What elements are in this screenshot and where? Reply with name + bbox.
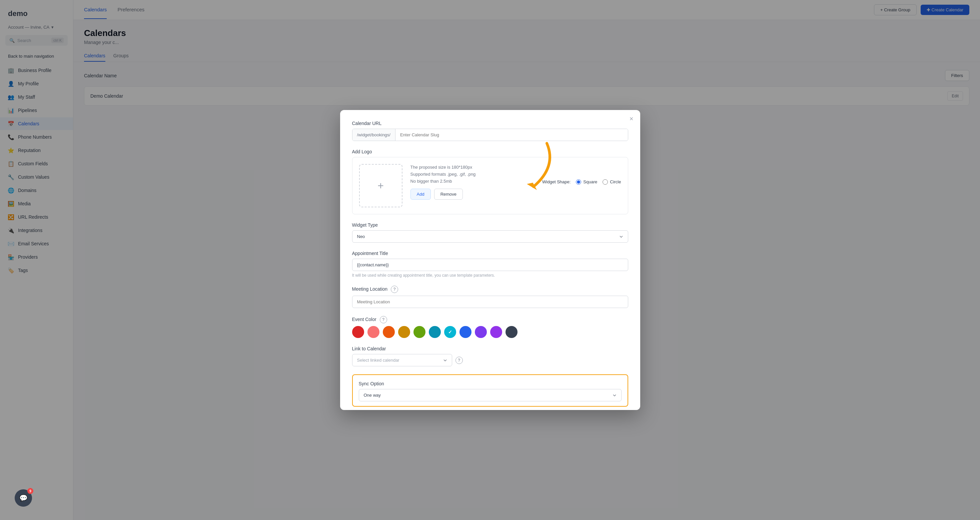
appointment-title-input[interactable] (352, 259, 628, 271)
color-dot-purple[interactable] (490, 326, 502, 338)
chat-badge: 9 (27, 488, 33, 494)
radio-circle[interactable]: Circle (603, 179, 621, 184)
calendar-url-input-group: /widget/bookings/ (352, 129, 628, 141)
widget-shape-selector: Widget Shape: Square Circle (542, 179, 621, 184)
radio-square-input[interactable] (576, 179, 581, 184)
logo-info: The proposed size is 180*180px Supported… (410, 164, 537, 200)
widget-shape-label: Widget Shape: (542, 179, 571, 184)
modal-close-button[interactable]: × (630, 115, 633, 122)
logo-plus-icon: + (377, 180, 384, 192)
logo-remove-button[interactable]: Remove (434, 189, 463, 200)
chat-icon: 💬 (19, 494, 28, 502)
sync-option-select[interactable]: One way Two way (359, 389, 622, 401)
radio-circle-input[interactable] (603, 179, 608, 184)
modal: × Calendar URL /widget/bookings/ Add Log… (340, 110, 640, 410)
logo-placeholder[interactable]: + (359, 164, 402, 207)
color-dot-yellow[interactable] (398, 326, 410, 338)
event-color-label: Event Color ? (352, 316, 628, 323)
radio-square-label: Square (583, 179, 597, 184)
color-dot-lavender[interactable] (475, 326, 487, 338)
event-color-group: Event Color ? (352, 316, 628, 338)
color-dot-dark[interactable] (506, 326, 517, 338)
sync-option-box: Sync Option One way Two way (352, 374, 628, 407)
link-to-calendar-label: Link to Calendar (352, 346, 628, 351)
sync-option-label: Sync Option (359, 381, 622, 386)
widget-type-select[interactable]: Neo Classic Minimal (352, 231, 628, 243)
color-dot-pink[interactable] (368, 326, 379, 338)
calendar-slug-input[interactable] (396, 129, 628, 141)
event-color-row (352, 326, 628, 338)
meeting-location-help-icon[interactable]: ? (391, 286, 398, 293)
appointment-title-hint: It will be used while creating appointme… (352, 273, 628, 278)
logo-add-button[interactable]: Add (410, 189, 431, 200)
logo-buttons: Add Remove (410, 189, 537, 200)
meeting-location-input[interactable] (352, 296, 628, 308)
color-dot-blue[interactable] (460, 326, 471, 338)
calendar-url-label: Calendar URL (352, 121, 628, 126)
color-dot-orange[interactable] (383, 326, 395, 338)
radio-circle-label: Circle (610, 179, 621, 184)
calendar-url-prefix: /widget/bookings/ (352, 129, 396, 141)
color-dot-red[interactable] (352, 326, 364, 338)
add-logo-label: Add Logo (352, 149, 628, 154)
color-dot-cyan-selected[interactable] (444, 326, 456, 338)
widget-type-group: Widget Type Neo Classic Minimal (352, 222, 628, 243)
link-calendar-help-icon[interactable]: ? (455, 357, 463, 364)
color-dot-olive[interactable] (414, 326, 425, 338)
meeting-location-label: Meeting Location ? (352, 286, 628, 293)
link-calendar-select[interactable]: Select linked calendar (352, 354, 452, 366)
logo-upload-inner: The proposed size is 180*180px Supported… (410, 164, 621, 200)
add-logo-group: Add Logo + The proposed size is 180*180p… (352, 149, 628, 214)
appointment-title-group: Appointment Title It will be used while … (352, 251, 628, 278)
appointment-title-label: Appointment Title (352, 251, 628, 256)
logo-info-text: The proposed size is 180*180px Supported… (410, 164, 537, 184)
event-color-help-icon[interactable]: ? (380, 316, 387, 323)
calendar-url-group: Calendar URL /widget/bookings/ (352, 121, 628, 141)
chat-widget[interactable]: 💬 9 (15, 489, 32, 507)
link-calendar-row: Select linked calendar ? (352, 354, 628, 366)
link-to-calendar-group: Link to Calendar Select linked calendar … (352, 346, 628, 366)
radio-square[interactable]: Square (576, 179, 597, 184)
meeting-location-group: Meeting Location ? (352, 286, 628, 308)
color-dot-teal[interactable] (429, 326, 441, 338)
widget-type-label: Widget Type (352, 222, 628, 228)
logo-upload-area: + The proposed size is 180*180px Support… (352, 157, 628, 214)
modal-overlay: × Calendar URL /widget/bookings/ Add Log… (0, 0, 980, 520)
